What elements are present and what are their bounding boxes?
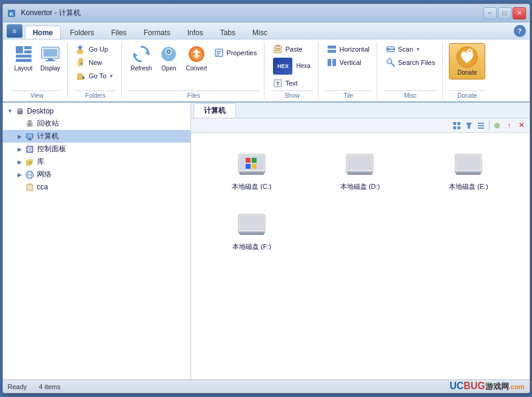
filter-icon-button[interactable] [463, 120, 474, 131]
cca-icon [25, 182, 35, 192]
sidebar-item-desktop[interactable]: ▼ 🖥 Desktop [3, 105, 190, 117]
drive-d-icon [342, 148, 378, 178]
new-icon: + [76, 58, 86, 67]
paste-button[interactable]: Paste [271, 43, 313, 55]
svg-point-24 [168, 51, 170, 53]
tab-infos[interactable]: Infos [180, 25, 211, 39]
go-up-button[interactable]: Go Up [74, 43, 116, 55]
view-group-label: View [12, 90, 63, 99]
horizontal-icon [327, 44, 337, 54]
svg-rect-35 [275, 48, 280, 49]
history-back-button[interactable]: ⊕ [492, 120, 503, 131]
hexa-button[interactable]: HEX Hexa [271, 56, 313, 76]
svg-rect-9 [44, 49, 57, 56]
horizontal-button[interactable]: Horizontal [325, 43, 372, 55]
svg-rect-70 [457, 122, 460, 125]
sidebar-item-cca[interactable]: cca [3, 181, 190, 193]
drive-c-item[interactable]: 本地磁盘 (C:) [201, 143, 303, 197]
expand-computer[interactable]: ▶ [15, 132, 25, 141]
refresh-button[interactable]: Refresh [128, 43, 154, 73]
computer-icon [25, 132, 35, 141]
tab-folders[interactable]: Folders [62, 25, 102, 39]
sidebar: ▼ 🖥 Desktop 回收站 ▶ [3, 103, 191, 379]
tab-formats[interactable]: Formats [136, 25, 178, 39]
display-label: Display [41, 65, 61, 72]
search-files-label: Search Files [398, 59, 435, 66]
recycle-label: 回收站 [37, 118, 59, 129]
svg-marker-73 [466, 123, 472, 129]
svg-rect-90 [456, 155, 480, 170]
tab-tabs[interactable]: Tabs [212, 25, 243, 39]
title-bar-icons: K [7, 8, 16, 18]
controlpanel-label: 控制面板 [37, 144, 66, 154]
tab-misc[interactable]: Misc [244, 25, 275, 39]
tab-home[interactable]: Home [25, 25, 61, 39]
layout-button[interactable]: Layout [12, 43, 36, 73]
svg-rect-41 [328, 59, 331, 66]
properties-icon [214, 48, 224, 58]
svg-rect-71 [453, 126, 456, 129]
sidebar-item-computer[interactable]: ▶ 计算机 [3, 130, 190, 143]
svg-rect-74 [478, 123, 484, 124]
svg-rect-6 [16, 59, 32, 62]
go-to-button[interactable]: Go To ▼ [74, 70, 116, 82]
view-group-content: Layout Display [12, 43, 63, 90]
close-tab-button[interactable]: ✕ [516, 120, 527, 131]
sidebar-item-network[interactable]: ▶ 网络 [3, 168, 190, 181]
expand-network[interactable]: ▶ [15, 170, 25, 180]
svg-rect-72 [457, 126, 460, 129]
view-icon-button[interactable] [451, 120, 462, 131]
recycle-icon [25, 119, 35, 129]
svg-rect-57 [27, 140, 32, 140]
ribbon-group-show: Paste HEX Hexa T [266, 42, 318, 99]
svg-rect-10 [48, 58, 53, 60]
sidebar-item-library[interactable]: ▶ 库 [3, 155, 190, 168]
expand-desktop[interactable]: ▼ [5, 106, 15, 116]
vertical-button[interactable]: Vertical [325, 56, 372, 69]
svg-rect-96 [240, 232, 264, 235]
convert-button[interactable]: Convert [183, 43, 209, 73]
svg-text:K: K [9, 11, 13, 17]
drive-e-label: 本地磁盘 (E:) [449, 182, 488, 191]
sidebar-item-recycle[interactable]: 回收站 [3, 117, 190, 130]
display-button[interactable]: Display [38, 43, 63, 73]
help-button[interactable]: ? [514, 25, 526, 37]
properties-button[interactable]: Properties [212, 47, 259, 59]
tab-files[interactable]: Files [103, 25, 134, 39]
new-button[interactable]: + New [74, 56, 116, 69]
drive-d-item[interactable]: 本地磁盘 (D:) [309, 143, 411, 197]
main-window: K Konvertor - 计算机 − □ ✕ ≡ Home Folders F… [2, 4, 530, 393]
sidebar-item-controlpanel[interactable]: ▶ 控制面板 [3, 143, 190, 155]
content-panel: 计算机 [191, 103, 530, 379]
text-button[interactable]: T Text [271, 77, 313, 89]
open-button[interactable]: Open [157, 43, 181, 73]
svg-rect-11 [45, 60, 55, 61]
history-forward-button[interactable]: ↑ [504, 120, 515, 131]
title-bar: K Konvertor - 计算机 − □ ✕ [3, 4, 530, 22]
minimize-button[interactable]: − [483, 7, 497, 19]
folders-small-buttons: Go Up + New [74, 43, 116, 82]
donate-button[interactable]: Donate [449, 43, 485, 80]
ribbon-body: Layout Display View [3, 39, 530, 103]
drive-f-label: 本地磁盘 (F:) [232, 242, 271, 251]
expand-library[interactable]: ▶ [15, 157, 25, 167]
sort-icon-button[interactable] [476, 120, 487, 131]
drive-e-item[interactable]: 本地磁盘 (E:) [417, 143, 520, 197]
svg-marker-18 [82, 76, 85, 80]
expand-controlpanel[interactable]: ▶ [15, 144, 25, 154]
layout-label: Layout [14, 65, 32, 72]
scan-button[interactable]: Scan ▼ [383, 43, 437, 55]
maximize-button[interactable]: □ [498, 7, 511, 19]
app-menu-button[interactable]: ≡ [7, 24, 22, 38]
svg-text:+: + [80, 61, 83, 67]
drive-f-item[interactable]: 本地磁盘 (F:) [201, 203, 303, 257]
search-files-button[interactable]: Search Files [383, 56, 437, 69]
folders-group-content: Go Up + New [74, 43, 116, 90]
close-button[interactable]: ✕ [513, 7, 526, 19]
refresh-label: Refresh [130, 65, 152, 72]
content-tab-computer[interactable]: 计算机 [194, 103, 236, 118]
svg-marker-19 [145, 50, 149, 55]
scan-label: Scan [398, 46, 413, 53]
main-area: ▼ 🖥 Desktop 回收站 ▶ [3, 103, 530, 379]
svg-rect-17 [77, 73, 83, 80]
